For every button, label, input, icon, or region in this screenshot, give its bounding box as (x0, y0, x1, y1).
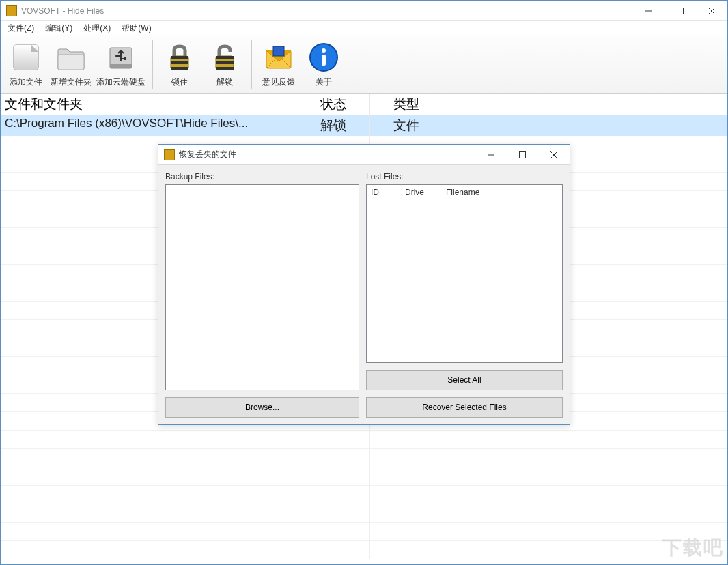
info-icon (307, 41, 340, 74)
col-header-status[interactable]: 状态 (296, 94, 369, 115)
svg-rect-1 (677, 8, 684, 14)
menubar: 文件(Z) 编辑(Y) 处理(X) 帮助(W) (1, 21, 727, 35)
add-folder-button[interactable]: 新增文件夹 (48, 40, 94, 89)
add-file-label: 添加文件 (10, 76, 42, 88)
col-header-type[interactable]: 类型 (369, 94, 443, 115)
toolbar: 添加文件 新增文件夹 添加云端硬盘 锁住 (1, 35, 727, 94)
app-title: VOVSOFT - Hide Files (21, 6, 104, 16)
svg-rect-18 (216, 67, 234, 70)
svg-rect-23 (322, 55, 326, 66)
toolbar-separator (152, 40, 153, 89)
toolbar-separator (251, 40, 252, 89)
svg-rect-8 (110, 64, 132, 68)
minimize-button[interactable] (633, 1, 664, 21)
unlock-label: 解锁 (216, 76, 233, 88)
menu-process[interactable]: 处理(X) (81, 21, 113, 35)
col-id[interactable]: ID (371, 188, 405, 197)
maximize-icon (677, 8, 684, 14)
svg-rect-13 (171, 61, 188, 64)
close-icon (708, 8, 715, 14)
recover-label: Recover Selected Files (422, 403, 506, 412)
cell-type: 文件 (369, 115, 443, 136)
svg-rect-25 (520, 151, 526, 158)
cell-path: C:\Program Files (x86)\VOVSOFT\Hide File… (1, 115, 296, 136)
dialog-titlebar: 恢复丢失的文件 (158, 145, 570, 165)
dialog-close-button[interactable] (538, 145, 570, 165)
col-filename[interactable]: Filename (446, 188, 558, 197)
recover-button[interactable]: Recover Selected Files (366, 397, 563, 418)
app-icon (164, 149, 175, 160)
dialog-title: 恢复丢失的文件 (179, 149, 236, 160)
select-all-button[interactable]: Select All (366, 370, 563, 390)
lock-closed-icon (163, 41, 196, 74)
usb-drive-icon (104, 41, 137, 74)
col-drive[interactable]: Drive (405, 188, 446, 197)
lost-files-label: Lost Files: (366, 172, 563, 182)
select-all-label: Select All (447, 375, 481, 385)
maximize-icon (519, 151, 526, 158)
svg-rect-10 (124, 57, 126, 60)
svg-rect-12 (171, 56, 188, 59)
table-header: 文件和文件夹 状态 类型 (1, 94, 727, 115)
close-button[interactable] (696, 1, 727, 21)
backup-files-list[interactable] (165, 184, 359, 390)
lock-label: 锁住 (171, 76, 188, 88)
lost-files-list[interactable]: ID Drive Filename (366, 184, 563, 363)
menu-edit[interactable]: 编辑(Y) (42, 21, 75, 35)
recover-dialog: 恢复丢失的文件 Backup Files: Browse... Lost Fil… (158, 144, 570, 425)
col-header-path[interactable]: 文件和文件夹 (1, 94, 296, 115)
browse-button[interactable]: Browse... (165, 397, 359, 418)
add-folder-label: 新增文件夹 (51, 76, 92, 88)
menu-file[interactable]: 文件(Z) (5, 21, 37, 35)
menu-help[interactable]: 帮助(W) (119, 21, 154, 35)
main-titlebar: VOVSOFT - Hide Files (1, 1, 727, 21)
table-row[interactable]: C:\Program Files (x86)\VOVSOFT\Hide File… (1, 115, 727, 136)
file-icon (10, 41, 42, 74)
add-file-button[interactable]: 添加文件 (3, 40, 48, 89)
svg-point-22 (322, 48, 326, 53)
minimize-icon (488, 151, 494, 158)
dialog-minimize-button[interactable] (475, 145, 507, 165)
minimize-icon (645, 8, 652, 14)
folder-icon (55, 41, 87, 74)
unlock-button[interactable]: 解锁 (202, 40, 247, 89)
add-cloud-drive-button[interactable]: 添加云端硬盘 (94, 40, 148, 89)
about-label: 关于 (316, 76, 332, 88)
svg-rect-14 (171, 67, 188, 70)
svg-rect-17 (216, 61, 234, 64)
svg-point-9 (115, 55, 118, 57)
dialog-maximize-button[interactable] (507, 145, 538, 165)
about-button[interactable]: 关于 (301, 40, 346, 89)
lock-button[interactable]: 锁住 (157, 40, 202, 89)
backup-files-label: Backup Files: (165, 172, 359, 182)
lock-open-icon (208, 41, 241, 74)
lost-files-header: ID Drive Filename (367, 185, 562, 200)
feedback-button[interactable]: 意见反馈 (256, 40, 301, 89)
maximize-button[interactable] (664, 1, 696, 21)
browse-label: Browse... (245, 403, 279, 412)
close-icon (550, 151, 557, 158)
envelope-icon (262, 41, 295, 74)
svg-rect-6 (58, 55, 84, 70)
add-cloud-drive-label: 添加云端硬盘 (96, 76, 145, 88)
feedback-label: 意见反馈 (262, 76, 295, 88)
cell-status: 解锁 (296, 115, 369, 136)
svg-rect-20 (273, 46, 284, 56)
app-icon (6, 5, 17, 16)
svg-rect-16 (216, 56, 234, 59)
